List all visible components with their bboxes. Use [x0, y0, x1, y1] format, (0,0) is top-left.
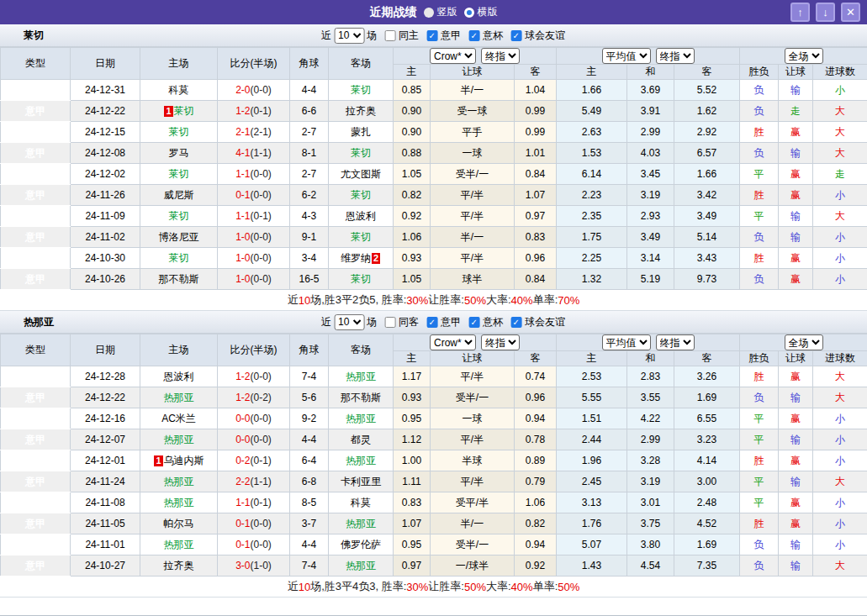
away-team-cell: 莱切: [329, 80, 394, 101]
winlose-result-cell: 胜: [740, 185, 779, 206]
match-row: 意甲 24-11-05 帕尔马 0-1(0-0) 3-7 热那亚 1.07 半/…: [1, 513, 867, 534]
home-team-name: 乌迪内斯: [164, 455, 204, 466]
asia-away-odds-cell: 1.07: [515, 185, 557, 206]
away-team-name: 蒙扎: [351, 126, 371, 138]
radio-horizontal-label: 横版: [478, 5, 498, 19]
away-team-name: 佛罗伦萨: [341, 539, 381, 550]
euro-home-odds-cell: 2.53: [557, 366, 627, 387]
away-team-cell: 拉齐奥: [329, 101, 394, 122]
asia-home-odds-cell: 0.90: [394, 122, 431, 143]
home-team-cell: 热那亚: [140, 429, 218, 450]
home-team-name: 科莫: [169, 84, 189, 96]
corners-cell: 16-5: [290, 269, 329, 290]
asia-home-odds-cell: 0.95: [394, 534, 431, 555]
away-team-cell: 尤文图斯: [329, 164, 394, 185]
asia-away-odds-cell: 0.84: [515, 164, 557, 185]
home-team-name: 热那亚: [164, 392, 194, 403]
sub-header-asia-home: 主: [394, 351, 431, 366]
goals-result-cell: 大: [813, 206, 867, 227]
asia-home-odds-cell: 0.88: [394, 143, 431, 164]
away-team-cell: 莱切: [329, 269, 394, 290]
home-team-cell: 科莫: [140, 80, 218, 101]
home-team-name: 拉齐奥: [164, 560, 194, 571]
home-team-cell: 博洛尼亚: [140, 227, 218, 248]
coppa-italia-checkbox[interactable]: ✓: [468, 30, 479, 41]
asia-final-odds-select[interactable]: 终指: [481, 48, 520, 64]
same-venue-label: 同主: [399, 29, 419, 43]
layout-radio-vertical[interactable]: 竖版: [424, 5, 457, 19]
date-cell: 24-11-24: [71, 471, 140, 492]
average-select[interactable]: 平均值: [602, 334, 651, 350]
sub-header-asia-away: 客: [515, 65, 557, 80]
summary-segment: 40%: [511, 294, 533, 307]
layout-radio-horizontal[interactable]: 横版: [464, 5, 498, 19]
winlose-result-cell: 平: [740, 471, 779, 492]
rank-badge: 2: [372, 253, 380, 264]
euro-draw-odds-cell: 3.91: [627, 101, 674, 122]
same-venue-checkbox[interactable]: [384, 30, 395, 41]
date-cell: 24-10-26: [71, 269, 140, 290]
full-match-select[interactable]: 全场: [785, 48, 823, 64]
match-row: 意甲 24-12-08 罗马 4-1(1-1) 8-1 莱切 0.88 一球 1…: [1, 143, 867, 164]
asia-final-odds-select[interactable]: 终指: [481, 334, 520, 350]
radio-vertical-icon[interactable]: [424, 8, 434, 18]
corners-cell: 2-7: [290, 164, 329, 185]
serie-a-checkbox[interactable]: ✓: [426, 317, 437, 328]
close-button[interactable]: ✕: [841, 3, 860, 22]
radio-vertical-label: 竖版: [437, 5, 457, 19]
corners-cell: 5-6: [290, 387, 329, 408]
friendly-checkbox[interactable]: ✓: [510, 317, 521, 328]
home-team-cell: 莱切: [140, 122, 218, 143]
asia-handicap-cell: 受半/一: [431, 387, 515, 408]
asia-home-odds-cell: 1.17: [394, 366, 431, 387]
asia-away-odds-cell: 1.04: [515, 80, 557, 101]
asia-handicap-cell: 平/半: [431, 206, 515, 227]
sub-header-goals: 进球数: [813, 65, 867, 80]
matches-label: 场: [367, 315, 377, 329]
match-row: 意甲 24-12-28 恩波利 1-2(0-0) 7-4 热那亚 1.17 平/…: [1, 366, 867, 387]
away-team-cell: 卡利亚里: [329, 471, 394, 492]
euro-final-odds-select[interactable]: 终指: [656, 334, 695, 350]
full-match-select[interactable]: 全场: [785, 334, 823, 350]
asia-handicap-cell: 球半: [431, 269, 515, 290]
friendly-checkbox[interactable]: ✓: [510, 30, 521, 41]
radio-horizontal-icon[interactable]: [464, 8, 474, 18]
home-team-name: 罗马: [169, 147, 189, 159]
same-venue-checkbox[interactable]: [384, 317, 395, 328]
summary-segment: 50%: [464, 581, 486, 593]
away-team-name: 热那亚: [346, 560, 376, 571]
euro-home-odds-cell: 1.75: [557, 227, 627, 248]
move-down-button[interactable]: ↓: [816, 3, 835, 22]
bookmaker-select[interactable]: Crow*: [430, 48, 476, 64]
summary-segment: 场,胜3平4负3, 胜率:: [310, 579, 406, 594]
serie-a-checkbox[interactable]: ✓: [426, 30, 437, 41]
summary-segment: 10: [299, 581, 310, 593]
corners-cell: 8-1: [290, 143, 329, 164]
average-select[interactable]: 平均值: [602, 48, 651, 64]
date-cell: 24-12-08: [71, 143, 140, 164]
match-table: 类型 日期 主场 比分(半场) 角球 客场 Crow*终指 平均值终指 全场 主…: [0, 47, 867, 290]
col-header-home: 主场: [140, 48, 218, 80]
date-cell: 24-11-01: [71, 534, 140, 555]
score-cell: 0-1(0-0): [218, 513, 290, 534]
match-count-select[interactable]: 10: [334, 314, 364, 330]
move-up-button[interactable]: ↑: [790, 3, 810, 22]
handicap-result-cell: 赢: [779, 513, 813, 534]
date-cell: 24-11-05: [71, 513, 140, 534]
match-row: 意甲 24-10-26 那不勒斯 1-0(0-0) 16-5 莱切 1.05 球…: [1, 269, 867, 290]
handicap-result-cell: 赢: [779, 408, 813, 429]
euro-final-odds-select[interactable]: 终指: [656, 48, 695, 64]
asia-home-odds-cell: 0.97: [394, 555, 431, 577]
goals-result-cell: 小: [813, 80, 867, 101]
score-cell: 1-0(0-0): [218, 269, 290, 290]
bookmaker-select[interactable]: Crow*: [430, 334, 476, 350]
corners-cell: 4-4: [290, 80, 329, 101]
asia-handicap-cell: 一/球半: [431, 555, 515, 577]
euro-home-odds-cell: 1.76: [557, 513, 627, 534]
sub-header-euro-home: 主: [557, 65, 627, 80]
asia-handicap-cell: 平手: [431, 122, 515, 143]
coppa-italia-checkbox[interactable]: ✓: [468, 317, 479, 328]
euro-draw-odds-cell: 2.99: [627, 429, 674, 450]
match-count-select[interactable]: 10: [334, 28, 364, 44]
euro-away-odds-cell: 3.43: [674, 248, 740, 269]
